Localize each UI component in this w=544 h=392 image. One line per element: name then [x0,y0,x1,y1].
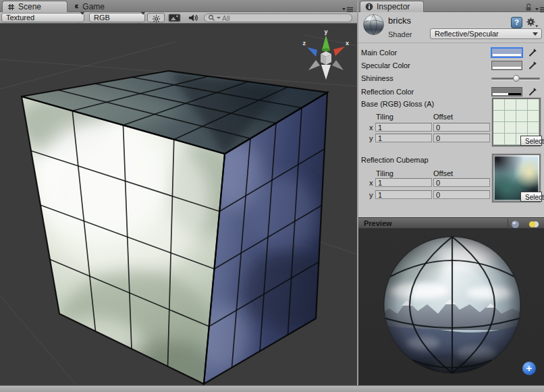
inspector-panel-menu-icon[interactable] [535,3,544,9]
gizmo-center-cube[interactable] [321,51,331,65]
shader-dropdown-value: Reflective/Specular [435,30,499,38]
chevron-down-icon [533,32,538,36]
add-preview-button[interactable]: + [522,362,536,375]
inspector-panel: Inspector [358,0,544,392]
specular-color-label: Specular Color [361,61,410,70]
scene-panel: y x z Scene Game [0,0,357,392]
info-circle-icon [365,3,373,11]
shader-label: Shader [388,30,412,39]
cubemap-offset-y-field[interactable] [433,190,490,199]
speaker-icon [188,13,198,22]
main-color-swatch[interactable] [491,48,522,57]
channel-mode-dropdown[interactable]: RGB [89,13,145,22]
preview-lighting-button[interactable] [528,219,544,228]
gizmo-z-label: z [303,40,306,47]
base-offset-header: Offset [433,112,453,121]
base-offset-y-field[interactable] [433,134,490,142]
dropdown-arrows-icon [137,15,142,24]
main-color-label: Main Color [361,48,397,57]
search-filter-label: All [222,14,230,22]
scene-panel-menu-icon[interactable] [342,3,354,9]
game-icon [74,2,79,11]
render-mode-value: Textured [6,13,34,22]
preview-shape-button[interactable] [510,219,526,228]
scene-search-input[interactable]: All [204,13,352,22]
cubemap-tiling-x-field[interactable] [375,178,432,187]
preview-area[interactable]: + [358,229,544,385]
base-x-label: x [369,123,373,132]
scene-skybox-toggle[interactable] [167,13,182,22]
cubemap-x-label: x [369,178,373,188]
section-divider [358,43,544,43]
cubemap-offset-x-field[interactable] [433,178,490,187]
scene-tabstrip: Scene Game [0,0,357,12]
render-mode-dropdown[interactable]: Textured [1,13,84,22]
gizmo-y-label: y [324,28,327,35]
panel-divider[interactable] [357,0,358,392]
base-tiling-x-field[interactable] [375,123,432,132]
preview-sphere[interactable] [358,229,544,385]
tab-inspector-label: Inspector [377,2,410,11]
dropdown-arrows-icon [76,15,81,24]
inspector-tabstrip: Inspector [358,0,544,12]
preview-header[interactable]: Preview [358,217,544,229]
search-filter-caret-icon[interactable] [217,17,221,19]
specular-color-swatch[interactable] [491,61,522,70]
base-y-label: y [369,134,373,143]
base-tiling-y-field[interactable] [375,134,432,142]
tab-scene-label: Scene [18,2,41,11]
preview-title: Preview [364,219,392,227]
scene-toolbar: Textured RGB [0,12,357,24]
tab-inspector[interactable]: Inspector [360,1,424,12]
base-tiling-header: Tiling [376,112,393,121]
channel-mode-value: RGB [94,13,110,22]
base-offset-x-field[interactable] [433,123,490,132]
tab-game[interactable]: Game [70,1,111,12]
cubemap-y-label: y [369,190,373,200]
magnifier-icon [208,14,215,22]
preview-header-divider [508,219,508,229]
reflection-color-swatch[interactable] [491,87,522,96]
scene-viewport[interactable]: y x z [0,0,357,392]
scene-hash-icon [7,3,15,11]
reflection-cubemap-label: Reflection Cubemap [361,155,429,165]
unity-editor-window: y x z Scene Game [0,0,544,392]
base-texture-select-button[interactable]: Select [520,136,542,146]
cubemap-select-button[interactable]: Select [520,192,542,202]
shininess-slider[interactable] [491,78,540,80]
shininess-slider-thumb[interactable] [513,75,520,82]
shininess-label: Shininess [361,74,393,83]
specular-color-eyedropper-icon[interactable] [528,60,538,73]
cubemap-offset-header: Offset [433,169,453,178]
reflection-color-label: Reflection Color [361,87,414,96]
material-preview-thumbnail [362,13,385,36]
tab-scene[interactable]: Scene [2,1,67,12]
image-icon [168,13,181,22]
cubemap-tiling-y-field[interactable] [375,190,432,199]
material-name: bricks [388,16,411,26]
base-gloss-label: Base (RGB) Gloss (A) [361,99,434,109]
gizmo-x-label: x [346,40,349,47]
help-icon[interactable]: ? [511,17,522,28]
window-bottom-strip [0,385,544,392]
scene-lighting-toggle[interactable] [147,13,165,22]
scene-audio-toggle[interactable] [185,13,201,22]
cubemap-tiling-header: Tiling [376,169,393,178]
sun-icon [152,15,161,23]
main-color-eyedropper-icon[interactable] [528,47,538,60]
gear-icon[interactable] [526,17,539,31]
tab-game-label: Game [82,2,105,11]
inspector-lock-icon[interactable] [524,2,533,14]
